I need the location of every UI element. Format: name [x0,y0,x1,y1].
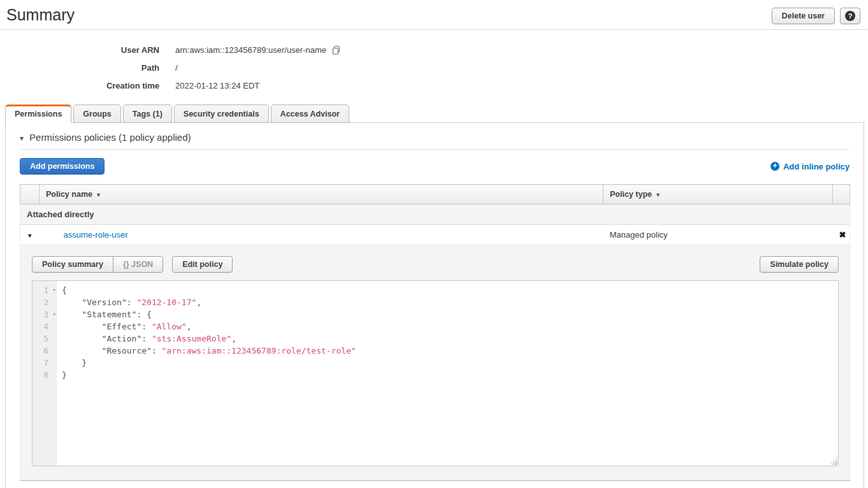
fold-caret-icon[interactable]: ▾ [53,284,56,296]
policy-json-editor[interactable]: 1▾{2 "Version": "2012-10-17",3▾ "Stateme… [32,280,839,466]
meta-row-user-arn: User ARN arn:aws:iam::123456789:user/use… [0,41,868,59]
code-content: "Action": "sts:AssumeRole", [62,334,236,343]
line-number: 4 [33,320,57,333]
section-divider [20,149,850,150]
meta-value: arn:aws:iam::123456789:user/user-name [175,45,341,55]
policy-summary-button[interactable]: Policy summary [32,256,113,273]
policy-view-left-actions: Policy summary {} JSON Edit policy [32,256,233,273]
code-content: "Resource": "arn:aws:iam::123456789:role… [62,346,356,355]
code-line: 3▾ "Statement": { [33,308,838,320]
table-group-row: Attached directly [20,205,850,225]
editor-resize-handle[interactable] [830,457,837,465]
edit-policy-button[interactable]: Edit policy [172,256,233,273]
sort-caret-icon: ▾ [97,191,100,198]
plus-circle-icon: + [770,162,779,171]
policy-detail-cell: Policy summary {} JSON Edit policy Simul… [20,245,850,481]
group-label: Attached directly [20,205,850,225]
policy-table: Policy name▾ Policy type▾ Attached direc… [20,184,850,481]
permissions-tab-panel: ▾Permissions policies (1 policy applied)… [5,122,864,488]
table-row: ▼ assume-role-user Managed policy ✖ [20,225,850,245]
simulate-policy-button[interactable]: Simulate policy [760,256,839,273]
meta-row-creation-time: Creation time 2022-01-12 13:24 EDT [0,76,868,94]
tab-access-advisor[interactable]: Access Advisor [271,104,349,123]
policy-name-link[interactable]: assume-role-user [64,230,128,240]
actions-column-header [833,185,850,205]
code-content: "Statement": { [62,310,152,319]
line-number: 8 [33,369,57,381]
code-content: "Effect": "Allow", [62,322,192,331]
meta-label: Path [0,63,159,73]
delete-user-button[interactable]: Delete user [772,8,835,24]
sort-caret-icon: ▾ [656,191,660,198]
expand-policy-toggle[interactable]: ▼ [20,225,40,245]
select-column-header [20,185,40,205]
code-line: 6 "Resource": "arn:aws:iam::123456789:ro… [33,345,838,357]
meta-label: Creation time [0,81,159,90]
column-header-policy-type[interactable]: Policy type▾ [604,185,833,205]
line-number: 1▾ [33,284,57,296]
code-content: } [62,358,87,368]
column-header-policy-name[interactable]: Policy name▾ [40,185,604,205]
line-number: 7 [33,357,57,369]
policy-type-cell: Managed policy [604,225,833,245]
code-content: "Version": "2012-10-17", [62,298,201,307]
tab-bar: Permissions Groups Tags (1) Security cre… [5,104,864,123]
meta-value: / [175,63,178,73]
code-line: 4 "Effect": "Allow", [33,320,838,333]
policy-detail-row: Policy summary {} JSON Edit policy Simul… [20,245,850,481]
policy-actions-row: Add permissions + Add inline policy [20,158,850,175]
line-number: 5 [33,333,57,345]
tab-security-credentials[interactable]: Security credentials [174,104,269,123]
meta-row-path: Path / [0,59,868,76]
collapse-caret-icon: ▾ [20,134,24,143]
code-line: 8} [33,369,838,381]
page-title: Summary [6,6,75,24]
code-content: } [62,370,67,380]
json-button[interactable]: {} JSON [113,256,163,273]
copy-icon[interactable] [331,45,341,55]
tab-tags[interactable]: Tags (1) [123,104,172,123]
code-line: 7 } [33,357,838,369]
section-title: Permissions policies (1 policy applied) [29,132,191,143]
meta-label: User ARN [0,45,159,55]
meta-value: 2022-01-12 13:24 EDT [175,81,259,90]
policy-name-cell: assume-role-user [40,225,604,245]
policy-view-toolbar: Policy summary {} JSON Edit policy Simul… [32,256,839,273]
detach-policy-icon[interactable]: ✖ [839,230,846,240]
tab-groups[interactable]: Groups [73,104,120,123]
line-number: 2 [33,296,57,308]
policy-view-toggle-group: Policy summary {} JSON [32,256,163,273]
code-line: 5 "Action": "sts:AssumeRole", [33,333,838,345]
user-meta: User ARN arn:aws:iam::123456789:user/use… [0,30,868,95]
permissions-policies-section-header[interactable]: ▾Permissions policies (1 policy applied) [20,123,850,149]
table-header-row: Policy name▾ Policy type▾ [20,185,850,205]
expand-caret-icon: ▼ [27,233,33,239]
help-button[interactable]: ? [840,8,860,24]
add-permissions-button[interactable]: Add permissions [20,158,105,175]
code-line: 1▾{ [33,284,838,296]
code-lines: 1▾{2 "Version": "2012-10-17",3▾ "Stateme… [33,284,838,381]
fold-caret-icon[interactable]: ▾ [53,308,56,320]
help-icon: ? [845,11,855,21]
page-header: Summary Delete user ? [0,0,868,24]
tab-permissions[interactable]: Permissions [5,104,71,123]
line-number: 3▾ [33,308,57,320]
code-content: { [62,285,67,295]
header-actions: Delete user ? [772,8,860,24]
code-line: 2 "Version": "2012-10-17", [33,296,838,308]
line-number: 6 [33,345,57,357]
add-inline-policy-link[interactable]: + Add inline policy [770,162,850,171]
detach-policy-cell: ✖ [833,225,850,245]
